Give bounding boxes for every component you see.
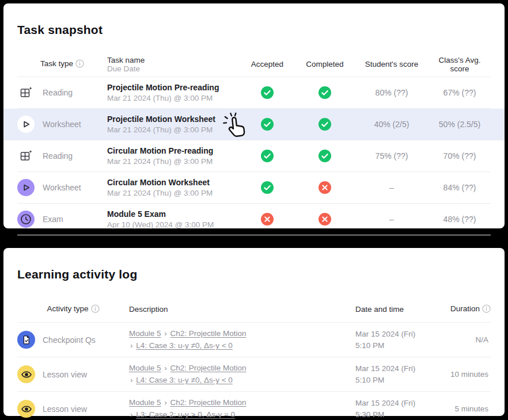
task-table-header: Task type Task name Due Date Accepted Co… (3, 52, 505, 77)
table-row[interactable]: Lesson view Module 5 › Ch2: Projectile M… (3, 357, 505, 392)
task-snapshot-panel: Task snapshot Task type Task name Due Da… (3, 3, 505, 228)
column-student-score: Student's score (365, 60, 419, 68)
column-completed: Completed (306, 60, 343, 68)
column-due-date: Due Date (107, 64, 240, 73)
completed-cell (319, 86, 331, 99)
activity-date: Mar 15 2024 (Fri) (355, 329, 442, 340)
column-duration: Duration (450, 304, 491, 315)
description-link[interactable]: Module 5 (129, 364, 161, 372)
check-circle-icon (261, 118, 274, 131)
description-link[interactable]: L4: Case 3: u-y ≠0, Δs-y < 0 (136, 376, 233, 384)
activity-type-icon (17, 400, 35, 418)
info-icon[interactable] (91, 304, 100, 315)
column-activity-type: Activity type (47, 304, 99, 315)
class-avg-score: 67% (??) (443, 88, 476, 97)
completed-cell (319, 213, 331, 226)
activity-duration: 5 minutes (442, 404, 491, 413)
x-circle-icon (261, 213, 274, 226)
description-link[interactable]: Ch2: Projectile Motion (170, 329, 247, 338)
column-accepted: Accepted (251, 60, 283, 68)
task-type-label: Worksheet (43, 120, 107, 129)
check-circle-icon (319, 118, 331, 131)
breadcrumb-separator: › (161, 329, 170, 338)
activity-duration: 10 minutes (442, 370, 491, 379)
class-avg-score: 84% (??) (443, 183, 476, 192)
student-score: – (355, 183, 429, 192)
check-circle-icon (319, 150, 331, 162)
play-icon (19, 181, 33, 194)
breadcrumb-separator: › (129, 410, 136, 419)
task-name-cell: Circular Motion Pre-reading Mar 21 2024 … (107, 146, 240, 167)
task-name: Circular Motion Pre-reading (107, 146, 240, 156)
check-circle-icon (261, 181, 274, 194)
table-row[interactable]: Lesson view Module 5 › Ch2: Projectile M… (3, 392, 505, 420)
eye-icon (20, 368, 33, 381)
reading-icon (19, 149, 33, 163)
activity-log-title: Learning activity log (3, 258, 505, 286)
description-link[interactable]: Module 5 (129, 329, 161, 338)
clock-icon (19, 212, 33, 226)
task-name: Projectile Motion Worksheet (107, 114, 240, 125)
play-icon (19, 117, 33, 131)
task-name-cell: Projectile Motion Pre-reading Mar 21 202… (107, 82, 240, 104)
breadcrumb-separator: › (161, 398, 170, 407)
description-link[interactable]: Ch2: Projectile Motion (170, 398, 247, 407)
class-avg-score: 70% (??) (443, 151, 476, 161)
activity-table-body: Checkpoint Qs Module 5 › Ch2: Projectile… (3, 323, 505, 420)
task-type-label: Exam (43, 215, 107, 224)
column-description: Description (129, 305, 355, 314)
document-check-icon (21, 334, 32, 346)
table-row[interactable]: Worksheet Circular Motion Worksheet Mar … (3, 172, 505, 204)
check-circle-icon (261, 86, 274, 99)
activity-datetime: Mar 15 2024 (Fri) 5:10 PM (355, 329, 442, 351)
breadcrumb-separator: › (161, 364, 170, 372)
eye-icon (20, 403, 33, 415)
table-row[interactable]: Exam Module 5 Exam Apr 10 (Wed) 2024 @ 3… (3, 204, 505, 235)
activity-description: Module 5 › Ch2: Projectile Motion› L3: C… (129, 397, 355, 420)
info-icon[interactable] (75, 59, 84, 70)
table-row[interactable]: Reading Projectile Motion Pre-reading Ma… (3, 77, 505, 109)
activity-table-header: Activity type Description Date and time … (3, 296, 505, 323)
activity-description: Module 5 › Ch2: Projectile Motion› L4: C… (129, 328, 355, 352)
check-circle-icon (261, 150, 274, 162)
task-type-label: Worksheet (43, 183, 107, 192)
column-task-type: Task type (40, 59, 84, 70)
column-class-avg-score: Class's Avg. score (429, 56, 491, 73)
description-link[interactable]: Ch2: Projectile Motion (170, 364, 247, 372)
x-circle-icon (319, 213, 331, 226)
activity-type-label: Lesson view (43, 404, 129, 414)
info-icon[interactable] (482, 304, 491, 315)
task-type-icon (17, 84, 35, 101)
description-link[interactable]: Module 5 (129, 398, 161, 407)
task-type-icon (17, 211, 35, 228)
description-link[interactable]: L4: Case 3: u-y ≠0, Δs-y < 0 (136, 341, 233, 350)
activity-duration: N/A (442, 335, 491, 344)
accepted-cell (261, 150, 274, 162)
check-circle-icon (319, 86, 331, 99)
activity-type-icon (17, 331, 35, 349)
reading-icon (19, 86, 33, 100)
student-score: 80% (??) (355, 88, 429, 97)
task-due-date: Mar 21 2024 (Thu) @ 3:00 PM (107, 93, 240, 104)
table-row[interactable]: Worksheet Projectile Motion Worksheet Ma… (3, 109, 505, 140)
task-type-icon (17, 116, 35, 133)
student-score: 40% (2/5) (355, 120, 429, 129)
task-due-date: Mar 21 2024 (Thu) @ 3:00 PM (107, 125, 240, 135)
table-row[interactable]: Checkpoint Qs Module 5 › Ch2: Projectile… (3, 323, 505, 357)
class-avg-score: 50% (2.5/5) (439, 120, 480, 129)
class-avg-score: 48% (??) (443, 215, 476, 224)
task-type-label: Reading (43, 151, 107, 161)
activity-date: Mar 15 2024 (Fri) (355, 363, 442, 375)
task-snapshot-title: Task snapshot (3, 13, 505, 41)
accepted-cell (261, 118, 274, 131)
task-name-cell: Module 5 Exam Apr 10 (Wed) 2024 @ 3:00 P… (107, 209, 240, 230)
table-row[interactable]: Reading Circular Motion Pre-reading Mar … (3, 140, 505, 172)
accepted-cell (261, 181, 274, 194)
completed-cell (319, 118, 331, 131)
description-link[interactable]: L3: Case 2: u-y > 0, Δs-y = 0 (136, 410, 235, 419)
task-name-cell: Circular Motion Worksheet Mar 21 2024 (T… (107, 177, 240, 198)
breadcrumb-separator: › (129, 376, 136, 384)
task-type-label: Reading (43, 88, 107, 97)
accepted-cell (261, 86, 274, 99)
student-score: – (355, 215, 429, 224)
